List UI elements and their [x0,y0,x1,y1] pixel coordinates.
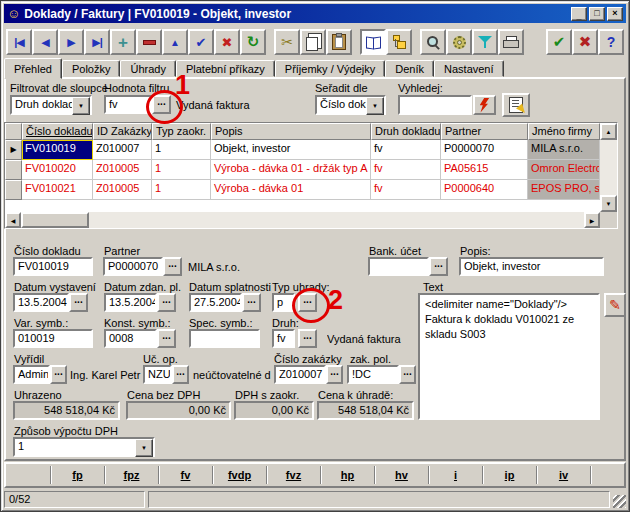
datum-vystaveni-field[interactable]: 13.5.2004 1 [13,293,69,312]
col-header-id-zakazky[interactable]: ID Zakázky [93,123,152,140]
table-cell[interactable]: 1 [152,160,211,180]
spec-symb-field[interactable] [189,329,260,348]
vyridil-field[interactable]: Admin [13,365,50,384]
tree-view-button[interactable] [386,29,412,55]
table-cell[interactable]: FV010021 [22,180,93,200]
scroll-down-button[interactable]: ▼ [600,195,617,212]
nav-first-button[interactable]: |◀ [6,29,32,55]
cancel-button[interactable]: ✖ [572,29,598,55]
konst-symb-lookup-button[interactable]: ... [157,329,176,348]
table-cell[interactable]: fv [371,140,441,160]
bank-ucet-field[interactable] [368,257,429,276]
doc-type-link-fp[interactable]: fp [72,469,82,481]
datum-zdan-field[interactable]: 13.5.2004 1 [104,293,157,312]
doc-type-link-fpz[interactable]: fpz [124,469,140,481]
table-cell[interactable]: Výroba - dávka 01 [211,180,371,200]
hscroll-thumb[interactable] [21,212,89,228]
search-input[interactable] [398,95,472,115]
table-cell[interactable]: P0000070 [441,140,528,160]
table-cell[interactable]: FV010019 [22,140,93,160]
zak-pol-lookup-button[interactable]: ... [399,365,416,384]
partner-field[interactable]: P0000070 [103,257,163,276]
refresh-button[interactable]: ↻ [240,29,266,55]
tab-platebni-prikazy[interactable]: Platební příkazy [176,60,275,77]
bank-ucet-lookup-button[interactable]: ... [429,257,448,276]
cancel-edit-button[interactable]: ✖ [214,29,240,55]
nav-prev-button[interactable]: ◀ [32,29,58,55]
vyridil-lookup-button[interactable]: ... [50,365,67,384]
table-cell[interactable]: FV010020 [22,160,93,180]
resize-grip[interactable] [613,495,626,508]
konst-symb-field[interactable]: 0008 [104,329,157,348]
doc-type-link-fvz[interactable]: fvz [286,469,301,481]
tab-uhrady[interactable]: Úhrady [120,60,175,77]
tab-nastaveni[interactable]: Nastavení [434,60,504,77]
cislo-dokladu-field[interactable]: FV010019 [13,257,93,276]
partner-lookup-button[interactable]: ... [163,257,182,276]
doc-type-link-fvdp[interactable]: fvdp [228,469,251,481]
search-button[interactable] [420,29,446,55]
table-cell[interactable]: Objekt, investor [211,140,371,160]
tab-polozky[interactable]: Položky [62,60,121,77]
edit-record-button[interactable]: ▲ [162,29,188,55]
doc-type-link-ip[interactable]: ip [505,469,515,481]
chevron-down-icon[interactable]: ▼ [72,97,90,115]
filter-button[interactable] [472,29,498,55]
doc-type-link-hv[interactable]: hv [395,469,408,481]
datum-splatnosti-picker-button[interactable]: ... [242,293,261,312]
table-cell[interactable]: Omron Electro [528,160,600,180]
scroll-left-button[interactable]: ◀ [5,212,21,228]
print-button[interactable] [498,29,524,55]
ok-button[interactable]: ✔ [546,29,572,55]
filter-value-input[interactable]: fv [104,95,152,114]
var-symb-field[interactable]: 010019 [13,329,93,348]
druh-field[interactable]: fv [272,329,295,348]
close-button[interactable]: × [607,7,623,21]
add-record-button[interactable]: + [110,29,136,55]
table-cell[interactable]: EPOS PRO, s. [528,180,600,200]
datum-splatnosti-field[interactable]: 27.5.2004 1 [189,293,242,312]
tab-denik[interactable]: Deník [385,60,434,77]
paste-button[interactable] [326,29,352,55]
table-cell[interactable]: PA05615 [441,160,528,180]
popis-field[interactable]: Objekt, investor [459,257,604,276]
scroll-right-button[interactable]: ▶ [584,212,600,228]
uc-op-lookup-button[interactable]: ... [172,365,189,384]
tab-prijemky-vydejky[interactable]: Příjemky / Výdejky [275,60,385,77]
edit-list-button[interactable] [502,93,530,117]
nav-last-button[interactable]: ▶| [84,29,110,55]
cislo-zakazky-lookup-button[interactable]: ... [326,365,343,384]
table-cell[interactable]: 1 [152,180,211,200]
zak-pol-field[interactable]: !DC [347,365,399,384]
doc-type-link-fv[interactable]: fv [181,469,191,481]
text-edit-button[interactable]: ✎ [604,293,626,317]
search-go-button[interactable] [473,95,496,115]
druh-lookup-button[interactable]: ... [298,329,317,348]
table-cell[interactable]: Z010005 [93,180,152,200]
settings-button[interactable] [446,29,472,55]
cislo-zakazky-field[interactable]: Z010007 [274,365,326,384]
table-cell[interactable]: fv [371,160,441,180]
col-header-typ-zaokr[interactable]: Typ zaokr. [152,123,211,140]
table-cell[interactable]: Z010005 [93,160,152,180]
cut-button[interactable]: ✂ [274,29,300,55]
table-cell[interactable]: 1 [152,140,211,160]
col-header-cislo-dokladu[interactable]: Číslo dokladu [22,123,93,140]
doc-type-link-iv[interactable]: iv [559,469,568,481]
uc-op-field[interactable]: NZU [143,365,172,384]
filter-column-select[interactable]: Druh dokladu ▼ [10,95,92,115]
minimize-button[interactable]: _ [571,7,587,21]
table-cell[interactable]: P0000640 [441,180,528,200]
datum-vystaveni-picker-button[interactable]: ... [69,293,88,312]
detail-view-button[interactable] [360,29,386,55]
table-cell[interactable]: Výroba - dávka 01 - držák typ A [211,160,371,180]
tab-prehled[interactable]: Přehled [4,58,62,79]
col-header-partner[interactable]: Partner [441,123,528,140]
table-cell[interactable]: fv [371,180,441,200]
chevron-down-icon[interactable]: ▼ [366,97,384,115]
post-record-button[interactable]: ✔ [188,29,214,55]
chevron-down-icon[interactable]: ▼ [135,439,153,457]
help-button[interactable]: ? [598,29,624,55]
col-header-jmeno-firmy[interactable]: Jméno firmy [528,123,600,140]
doc-type-link-i[interactable]: i [454,469,457,481]
